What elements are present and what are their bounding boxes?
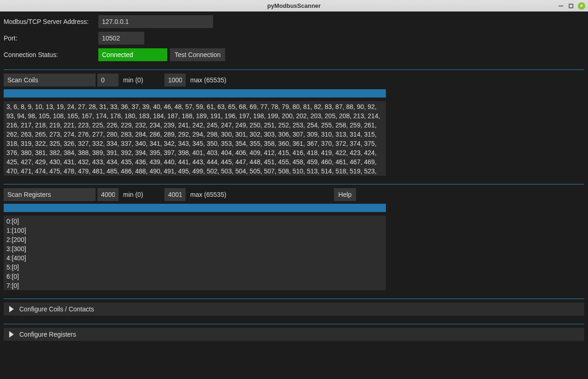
coils-max-label: max (65535) xyxy=(187,76,229,84)
configure-coils-panel[interactable]: Configure Coils / Contacts xyxy=(4,303,584,316)
chevron-right-icon xyxy=(9,331,14,338)
configure-registers-panel[interactable]: Configure Registers xyxy=(4,328,584,341)
registers-max-label: max (65535) xyxy=(187,191,229,198)
scan-coils-button[interactable]: Scan Coils xyxy=(4,74,96,86)
port-input[interactable] xyxy=(98,32,144,45)
registers-progress-bar xyxy=(4,204,386,212)
connection-status-value: Connected xyxy=(98,48,167,61)
window-title: pyModbusScanner xyxy=(267,2,321,9)
registers-min-label: min (0) xyxy=(120,191,163,198)
coils-progress-bar xyxy=(4,89,386,98)
help-button[interactable]: Help xyxy=(334,188,356,201)
coils-results[interactable]: 3, 6, 8, 9, 10, 13, 19, 24, 27, 28, 31, … xyxy=(4,101,386,176)
connection-status-label: Connection Status: xyxy=(4,51,96,58)
coils-min-input[interactable] xyxy=(97,74,119,86)
test-connection-button[interactable]: Test Connection xyxy=(170,48,225,61)
close-icon[interactable] xyxy=(578,2,585,10)
registers-results[interactable]: 0:[0] 1:[100] 2:[200] 3:[300] 4:[400] 5:… xyxy=(4,216,386,290)
server-address-label: Modbus/TCP Server Address: xyxy=(4,18,96,25)
coils-max-input[interactable] xyxy=(164,74,186,86)
configure-coils-label: Configure Coils / Contacts xyxy=(19,305,94,313)
port-label: Port: xyxy=(4,34,96,42)
server-address-input[interactable] xyxy=(98,15,213,28)
window-titlebar: pyModbusScanner xyxy=(0,0,588,11)
configure-registers-label: Configure Registers xyxy=(19,331,76,338)
chevron-right-icon xyxy=(9,306,14,312)
registers-max-input[interactable] xyxy=(164,188,186,201)
scan-registers-button[interactable]: Scan Registers xyxy=(4,188,96,201)
coils-min-label: min (0) xyxy=(120,76,163,84)
registers-min-input[interactable] xyxy=(97,188,119,201)
maximize-icon[interactable] xyxy=(569,4,573,8)
minimize-icon[interactable] xyxy=(558,3,564,9)
